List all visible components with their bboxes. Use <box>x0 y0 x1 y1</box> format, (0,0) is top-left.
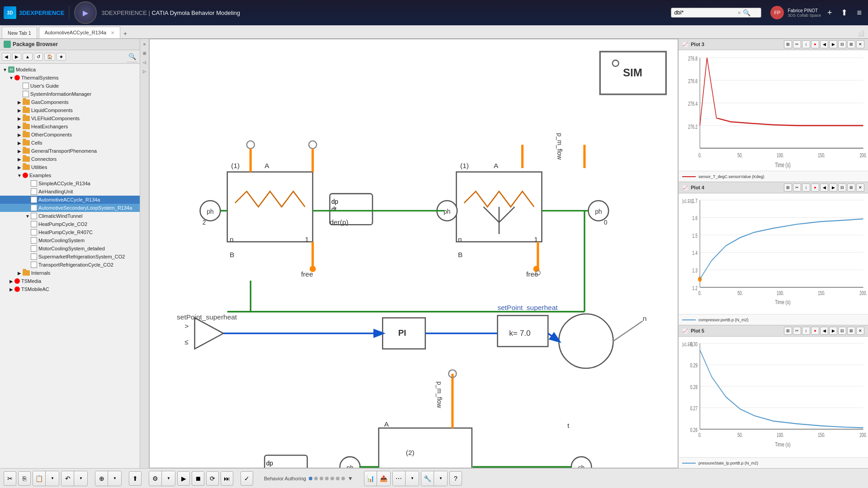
tree-item-utilities[interactable]: ▶ Utilities <box>0 163 140 171</box>
tree-item-gascomp[interactable]: ▶ GasComponents <box>0 98 140 106</box>
diagram-canvas[interactable]: SIM A (1) n 1 B dp <box>150 39 678 468</box>
data-button[interactable]: 📊 <box>364 471 377 486</box>
plot3-tool-4[interactable]: ● <box>811 40 819 48</box>
tree-item-motorcoolingdetail[interactable]: ▶ MotorCoolingSystem_detailed <box>0 244 140 253</box>
nav-up-btn[interactable]: ▲ <box>23 53 33 61</box>
publish-button[interactable]: ⬆ <box>129 471 142 486</box>
plot4-tool-4[interactable]: ● <box>811 183 819 192</box>
expander-tsmobileac[interactable]: ▶ <box>8 286 14 292</box>
sidebar-search-icon[interactable]: 🔍 <box>128 53 136 60</box>
expander-vlefluid[interactable]: ▶ <box>16 115 23 122</box>
plot5-tool-1[interactable]: ⊞ <box>784 327 792 335</box>
help-button[interactable]: ? <box>449 471 462 486</box>
plot3-tool-2[interactable]: ✂ <box>793 40 801 48</box>
tree-item-tsmedia[interactable]: ▶ TSMedia <box>0 277 140 285</box>
plot4-tool-7[interactable]: ⊟ <box>838 183 846 192</box>
paste-button[interactable]: 📋 <box>33 471 46 486</box>
expander-gascomp[interactable]: ▶ <box>16 99 23 105</box>
tab-new[interactable]: New Tab 1 <box>2 27 37 38</box>
sim-dropdown[interactable]: ▼ <box>162 471 175 486</box>
tree-item-examples[interactable]: ▼ Examples <box>0 171 140 179</box>
tree-item-sysinfo[interactable]: ▶ SystemInformationManager <box>0 90 140 98</box>
expander-thermalsystems[interactable]: ▼ <box>8 75 14 81</box>
undo-dropdown[interactable]: ▼ <box>75 471 87 486</box>
tree-item-tsmobileac[interactable]: ▶ TSMobileAC <box>0 285 140 293</box>
tab-automotive-close[interactable]: ✕ <box>111 30 114 35</box>
tree-item-vlefluid[interactable]: ▶ VLEFluidComponents <box>0 114 140 122</box>
tree-item-supermarket[interactable]: ▶ SupermarketRefrigerationSystem_CO2 <box>0 253 140 261</box>
tree-item-climatic[interactable]: ▼ ClimaticWindTunnel <box>0 212 140 220</box>
plot5-tool-9[interactable]: ✕ <box>856 327 864 335</box>
tree-item-motorcooling[interactable]: ▶ MotorCoolingSystem <box>0 236 140 244</box>
expander-tsmedia[interactable]: ▶ <box>8 278 14 284</box>
step-button[interactable]: ⏭ <box>221 471 233 486</box>
left-tool-1[interactable]: ≡ <box>141 41 148 48</box>
sim-button[interactable]: ⚙ <box>149 471 162 486</box>
plot3-tool-3[interactable]: ↕ <box>802 40 810 48</box>
tree-item-heatpumpr407[interactable]: ▶ HeatPumpCycle_R407C <box>0 228 140 236</box>
expander-connectors[interactable]: ▶ <box>16 156 23 162</box>
tab-add-button[interactable]: + <box>120 28 130 38</box>
nav-forward-btn[interactable]: ▶ <box>12 53 21 61</box>
tree-item-usersguide[interactable]: ▶ User's Guide <box>0 82 140 90</box>
plot4-tool-2[interactable]: ✂ <box>793 183 801 192</box>
nav-fav-btn[interactable]: ★ <box>57 53 66 61</box>
plot3-tool-7[interactable]: ⊟ <box>838 40 846 48</box>
tree-item-othercomp[interactable]: ▶ OtherComponents <box>0 131 140 139</box>
undo-button[interactable]: ↶ <box>61 471 74 486</box>
more-button[interactable]: ⋯ <box>393 471 406 486</box>
nav-home-btn[interactable]: 🏠 <box>44 53 55 61</box>
search-input[interactable] <box>674 9 737 16</box>
ba-arrow-down[interactable]: ▼ <box>348 475 353 482</box>
left-tool-3[interactable]: ◁ <box>141 59 148 66</box>
tree-item-liquidcomp[interactable]: ▶ LiquidComponents <box>0 106 140 114</box>
tree-item-transport[interactable]: ▶ TransportRefrigerationCycle_CO2 <box>0 261 140 269</box>
share-button[interactable]: ⬆ <box>838 7 850 19</box>
plot3-tool-8[interactable]: ⊞ <box>847 40 855 48</box>
plot3-tool-1[interactable]: ⊞ <box>784 40 792 48</box>
tree-item-heatpumpco2[interactable]: ▶ HeatPumpCycle_CO2 <box>0 220 140 228</box>
paste-dropdown[interactable]: ▼ <box>46 471 59 486</box>
tree-item-modelica[interactable]: ▼ M Modelica <box>0 66 140 74</box>
plot3-tool-5[interactable]: ◀ <box>820 40 828 48</box>
insert-button[interactable]: ⊕ <box>95 471 108 486</box>
tools-button[interactable]: 🔧 <box>421 471 434 486</box>
data-export-button[interactable]: 📤 <box>377 471 390 486</box>
play-button[interactable] <box>74 1 97 24</box>
plot5-tool-7[interactable]: ⊟ <box>838 327 846 335</box>
plot5-tool-2[interactable]: ✂ <box>793 327 801 335</box>
tools-dropdown[interactable]: ▼ <box>434 471 447 486</box>
plot4-tool-5[interactable]: ◀ <box>820 183 828 192</box>
left-tool-4[interactable]: ▷ <box>141 68 148 75</box>
expander-gtp[interactable]: ▶ <box>16 148 23 154</box>
expander-climatic[interactable]: ▼ <box>24 213 31 219</box>
plot4-tool-6[interactable]: ▶ <box>829 183 837 192</box>
expander-modelica[interactable]: ▼ <box>2 66 8 73</box>
plot5-tool-5[interactable]: ◀ <box>820 327 828 335</box>
tree-item-airhandling[interactable]: ▶ AirHandlingUnit <box>0 188 140 196</box>
plot5-tool-3[interactable]: ↕ <box>802 327 810 335</box>
tree-item-gtp[interactable]: ▶ GeneralTransportPhenomena <box>0 147 140 155</box>
left-tool-2[interactable]: ⊞ <box>141 50 148 57</box>
tree-item-automotiveac[interactable]: ▶ AutomotiveACCycle_R134a <box>0 196 140 204</box>
stop-button[interactable]: ⏹ <box>192 471 204 486</box>
expander-heatex[interactable]: ▶ <box>16 123 23 130</box>
plot3-tool-9[interactable]: ✕ <box>856 40 864 48</box>
plot5-tool-6[interactable]: ▶ <box>829 327 837 335</box>
more-dropdown[interactable]: ▼ <box>406 471 419 486</box>
nav-back-btn[interactable]: ◀ <box>2 53 11 61</box>
tree-item-internals[interactable]: ▶ Internals <box>0 269 140 277</box>
tab-automotive[interactable]: AutomotiveACCycle_R134a ✕ <box>39 27 120 38</box>
tree-item-simpleac[interactable]: ▶ SimpleACCycle_R134a <box>0 179 140 188</box>
maximize-button[interactable]: ⬜ <box>854 28 868 38</box>
plot3-tool-6[interactable]: ▶ <box>829 40 837 48</box>
expander-utilities[interactable]: ▶ <box>16 164 23 170</box>
expander-cells[interactable]: ▶ <box>16 140 23 146</box>
plot4-tool-3[interactable]: ↕ <box>802 183 810 192</box>
reset-button[interactable]: ⟳ <box>206 471 219 486</box>
tree-item-automotivesec[interactable]: ▶ AutomotiveSecondaryLoopSystem_R134a <box>0 204 140 212</box>
plot4-tool-8[interactable]: ⊞ <box>847 183 855 192</box>
search-icon[interactable]: 🔍 <box>743 9 750 16</box>
tree-item-heatex[interactable]: ▶ HeatExchangers <box>0 122 140 131</box>
insert-dropdown[interactable]: ▼ <box>108 471 121 486</box>
